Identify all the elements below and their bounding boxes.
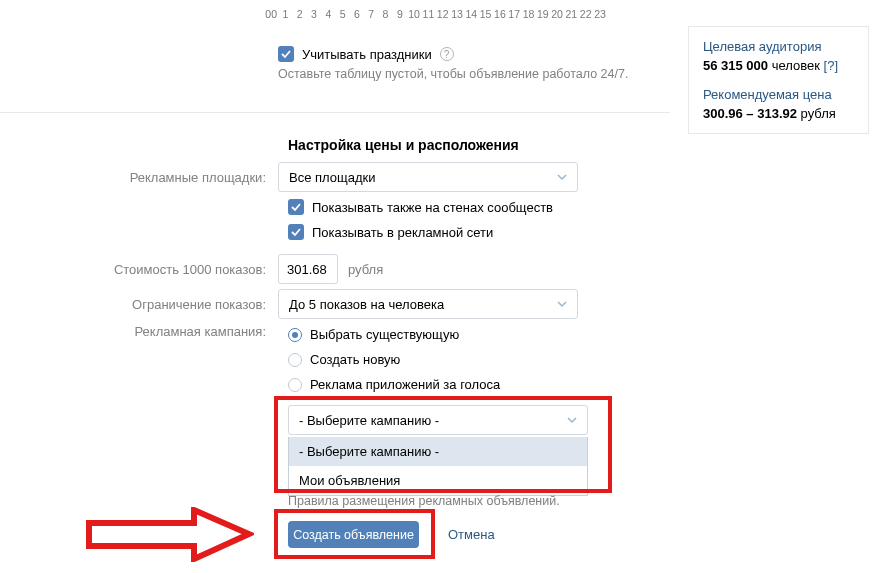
audience-value: 56 315 000 — [703, 58, 768, 73]
hour-tick: 21 — [564, 8, 578, 20]
audience-unit: человек — [772, 58, 820, 73]
hour-tick: 10 — [407, 8, 421, 20]
price-unit: рубля — [801, 106, 836, 121]
hour-tick: 1 — [278, 8, 292, 20]
campaign-voices-label: Реклама приложений за голоса — [310, 377, 500, 392]
cost-value: 301.68 — [287, 262, 327, 277]
limit-select[interactable]: До 5 показов на человека — [278, 289, 578, 319]
help-icon[interactable]: ? — [440, 47, 454, 61]
hour-tick: 14 — [464, 8, 478, 20]
platforms-label: Рекламные площадки: — [0, 170, 278, 185]
hour-tick: 15 — [478, 8, 492, 20]
hour-tick: 17 — [507, 8, 521, 20]
hour-tick: 23 — [593, 8, 607, 20]
hour-tick: 11 — [421, 8, 435, 20]
campaign-option-myads[interactable]: Мои объявления — [289, 466, 587, 495]
campaign-dropdown: - Выберите кампанию - Мои объявления — [288, 437, 588, 496]
cost-label: Стоимость 1000 показов: — [0, 262, 278, 277]
cancel-link[interactable]: Отмена — [448, 527, 495, 542]
walls-checkbox[interactable] — [288, 199, 304, 215]
hour-tick: 4 — [321, 8, 335, 20]
audience-help-icon[interactable]: [?] — [824, 58, 838, 73]
price-value: 300.96 – 313.92 — [703, 106, 797, 121]
hour-tick: 8 — [378, 8, 392, 20]
hour-tick: 00 — [264, 8, 278, 20]
platforms-select-value: Все площадки — [289, 170, 375, 185]
campaign-new-radio[interactable] — [288, 353, 302, 367]
holidays-label: Учитывать праздники — [302, 47, 432, 62]
campaign-select[interactable]: - Выберите кампанию - — [288, 405, 588, 435]
cost-input[interactable]: 301.68 — [278, 254, 338, 284]
campaign-select-value: - Выберите кампанию - — [299, 413, 439, 428]
annotation-arrow-icon — [84, 507, 254, 562]
network-label: Показывать в рекламной сети — [312, 225, 493, 240]
hour-tick: 12 — [436, 8, 450, 20]
cost-unit: рубля — [348, 262, 383, 277]
section-title: Настройка цены и расположения — [288, 137, 519, 153]
hour-tick: 7 — [364, 8, 378, 20]
hour-tick: 16 — [493, 8, 507, 20]
section-divider — [0, 112, 670, 113]
hours-scale: 001234567891011121314151617181920212223 — [264, 8, 607, 20]
audience-title: Целевая аудитория — [703, 39, 854, 54]
chevron-down-icon — [567, 413, 577, 428]
network-checkbox[interactable] — [288, 224, 304, 240]
campaign-existing-label: Выбрать существующую — [310, 327, 459, 342]
hour-tick: 13 — [450, 8, 464, 20]
hour-tick: 9 — [393, 8, 407, 20]
campaign-label: Рекламная кампания: — [0, 324, 278, 339]
chevron-down-icon — [557, 170, 567, 185]
hour-tick: 19 — [536, 8, 550, 20]
hour-tick: 18 — [521, 8, 535, 20]
rules-link[interactable]: Правила размещения рекламных объявлений. — [288, 494, 560, 508]
campaign-new-label: Создать новую — [310, 352, 400, 367]
platforms-select[interactable]: Все площадки — [278, 162, 578, 192]
campaign-option-placeholder[interactable]: - Выберите кампанию - — [289, 437, 587, 466]
hour-tick: 22 — [579, 8, 593, 20]
limit-select-value: До 5 показов на человека — [289, 297, 444, 312]
walls-label: Показывать также на стенах сообществ — [312, 200, 553, 215]
hour-tick: 2 — [293, 8, 307, 20]
hour-tick: 6 — [350, 8, 364, 20]
limit-label: Ограничение показов: — [0, 297, 278, 312]
sidebar-metrics: Целевая аудитория 56 315 000 человек [?]… — [688, 26, 869, 134]
price-title: Рекомендуемая цена — [703, 87, 854, 102]
holidays-checkbox[interactable] — [278, 46, 294, 62]
hour-tick: 20 — [550, 8, 564, 20]
campaign-existing-radio[interactable] — [288, 328, 302, 342]
create-button[interactable]: Создать объявление — [288, 521, 419, 548]
campaign-voices-radio[interactable] — [288, 378, 302, 392]
holidays-note: Оставьте таблицу пустой, чтобы объявлени… — [278, 67, 628, 81]
hour-tick: 5 — [335, 8, 349, 20]
hour-tick: 3 — [307, 8, 321, 20]
chevron-down-icon — [557, 297, 567, 312]
